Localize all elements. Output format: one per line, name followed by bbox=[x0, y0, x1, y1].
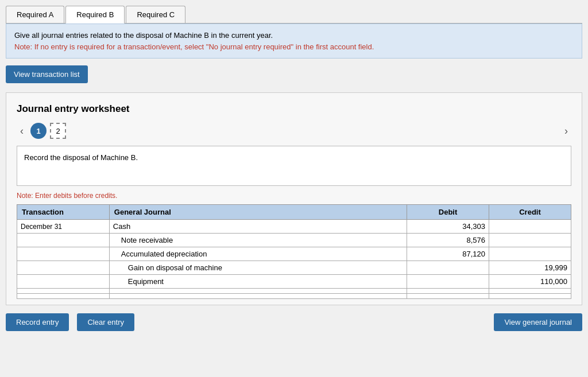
debit-cell[interactable]: 8,576 bbox=[407, 234, 489, 247]
general-journal-cell[interactable]: Accumulated depreciation bbox=[109, 247, 407, 261]
record-entry-button[interactable]: Record entry bbox=[6, 313, 69, 331]
transaction-cell: December 31 bbox=[17, 220, 110, 234]
tab-required-a[interactable]: Required A bbox=[6, 6, 64, 23]
transaction-cell bbox=[17, 247, 110, 261]
bottom-buttons: Record entry Clear entry View general jo… bbox=[6, 313, 582, 331]
page-2-button[interactable]: 2 bbox=[50, 123, 66, 139]
nav-row: ‹ 1 2 › bbox=[17, 123, 571, 139]
credit-cell[interactable] bbox=[489, 294, 571, 299]
credit-cell[interactable]: 19,999 bbox=[489, 261, 571, 275]
journal-table: Transaction General Journal Debit Credit… bbox=[17, 204, 571, 299]
transaction-cell bbox=[17, 261, 110, 275]
worksheet-card: Journal entry worksheet ‹ 1 2 › Record t… bbox=[6, 92, 582, 305]
credit-cell[interactable] bbox=[489, 220, 571, 234]
transaction-cell bbox=[17, 289, 110, 294]
view-general-journal-button[interactable]: View general journal bbox=[494, 313, 582, 331]
transaction-cell bbox=[17, 275, 110, 289]
header-credit: Credit bbox=[489, 205, 571, 220]
credit-cell[interactable]: 110,000 bbox=[489, 275, 571, 289]
debit-cell[interactable] bbox=[407, 275, 489, 289]
tabs-container: Required A Required B Required C bbox=[6, 6, 582, 24]
debit-cell[interactable] bbox=[407, 289, 489, 294]
general-journal-cell[interactable] bbox=[109, 289, 407, 294]
credit-cell[interactable] bbox=[489, 289, 571, 294]
debit-credit-note: Note: Enter debits before credits. bbox=[17, 192, 571, 200]
description-text: Record the disposal of Machine B. bbox=[24, 153, 138, 162]
header-general-journal: General Journal bbox=[109, 205, 407, 220]
general-journal-cell[interactable]: Note receivable bbox=[109, 234, 407, 247]
debit-cell[interactable] bbox=[407, 294, 489, 299]
tab-required-c[interactable]: Required C bbox=[126, 6, 185, 23]
tab-required-b[interactable]: Required B bbox=[65, 6, 125, 24]
instruction-main-text: Give all journal entries related to the … bbox=[14, 30, 574, 41]
transaction-cell bbox=[17, 294, 110, 299]
worksheet-title: Journal entry worksheet bbox=[17, 103, 571, 115]
transaction-cell bbox=[17, 234, 110, 247]
instruction-box: Give all journal entries related to the … bbox=[6, 24, 582, 59]
table-row: Note receivable8,576 bbox=[17, 234, 571, 247]
table-row: December 31Cash34,303 bbox=[17, 220, 571, 234]
credit-cell[interactable] bbox=[489, 234, 571, 247]
clear-entry-button[interactable]: Clear entry bbox=[77, 313, 134, 331]
header-debit: Debit bbox=[407, 205, 489, 220]
table-row: Accumulated depreciation87,120 bbox=[17, 247, 571, 261]
table-row bbox=[17, 289, 571, 294]
general-journal-cell[interactable]: Gain on disposal of machine bbox=[109, 261, 407, 275]
debit-cell[interactable]: 34,303 bbox=[407, 220, 489, 234]
general-journal-cell[interactable] bbox=[109, 294, 407, 299]
credit-cell[interactable] bbox=[489, 247, 571, 261]
instruction-note-text: Note: If no entry is required for a tran… bbox=[14, 41, 574, 53]
prev-arrow[interactable]: ‹ bbox=[17, 124, 27, 138]
table-row bbox=[17, 294, 571, 299]
debit-cell[interactable]: 87,120 bbox=[407, 247, 489, 261]
debit-cell[interactable] bbox=[407, 261, 489, 275]
table-row: Equipment110,000 bbox=[17, 275, 571, 289]
view-transaction-button[interactable]: View transaction list bbox=[6, 65, 88, 83]
header-transaction: Transaction bbox=[17, 205, 110, 220]
table-row: Gain on disposal of machine19,999 bbox=[17, 261, 571, 275]
next-arrow[interactable]: › bbox=[561, 124, 571, 138]
general-journal-cell[interactable]: Equipment bbox=[109, 275, 407, 289]
description-box: Record the disposal of Machine B. bbox=[17, 146, 571, 186]
page-1-button[interactable]: 1 bbox=[30, 123, 47, 139]
general-journal-cell[interactable]: Cash bbox=[109, 220, 407, 234]
